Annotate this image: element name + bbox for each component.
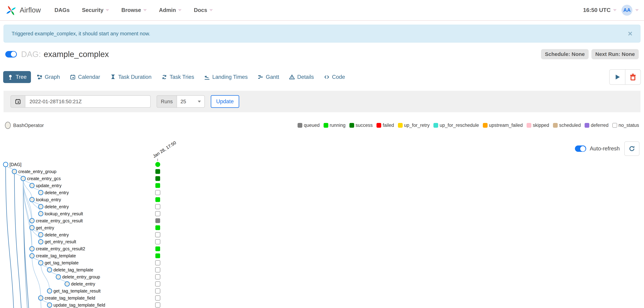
task-node[interactable]: [30, 246, 34, 251]
status-label: running: [330, 123, 346, 128]
nav-item-browse[interactable]: Browse: [122, 7, 147, 13]
tab-landing-times[interactable]: Landing Times: [200, 71, 252, 83]
tab-task-tries[interactable]: Task Tries: [157, 71, 198, 83]
legend-status-scheduled: scheduled: [553, 123, 581, 128]
task-status-square[interactable]: [156, 253, 160, 258]
task-node[interactable]: [38, 190, 43, 195]
task-status-square[interactable]: [156, 190, 160, 195]
caret-down-icon: [209, 9, 213, 11]
task-status-square[interactable]: [156, 197, 160, 202]
task-node[interactable]: [21, 176, 26, 181]
task-node[interactable]: [38, 239, 43, 244]
tab-calendar[interactable]: Calendar: [66, 71, 104, 83]
tree-edge-offscreen: [6, 164, 14, 308]
task-status-square[interactable]: [156, 176, 160, 181]
task-node[interactable]: [47, 267, 52, 272]
task-node[interactable]: [12, 169, 17, 174]
task-node[interactable]: [38, 211, 43, 216]
status-label: failed: [383, 123, 394, 128]
task-status-square[interactable]: [156, 260, 160, 265]
tree-edge-offscreen: [14, 171, 23, 308]
tab-graph[interactable]: Graph: [32, 71, 64, 83]
task-node[interactable]: [30, 218, 34, 223]
tab-label: Landing Times: [212, 74, 248, 80]
task-status-square[interactable]: [156, 204, 160, 209]
run-column-header: Jan 28, 17:50: [152, 140, 177, 159]
task-node[interactable]: [38, 260, 43, 265]
tab-task-duration[interactable]: Task Duration: [106, 71, 156, 83]
task-node[interactable]: [38, 232, 43, 237]
task-status-square[interactable]: [156, 225, 160, 230]
task-status-square[interactable]: [156, 289, 160, 293]
caret-down-icon: [613, 9, 616, 11]
task-status-square[interactable]: [156, 218, 160, 223]
task-status-square[interactable]: [156, 282, 160, 286]
task-node[interactable]: [56, 274, 61, 279]
user-menu[interactable]: AA: [622, 5, 639, 16]
legend-status-deferred: deferred: [584, 123, 608, 128]
task-status-square[interactable]: [156, 232, 160, 237]
nav-item-label: Security: [82, 7, 103, 13]
airflow-pinwheel-icon: [5, 5, 17, 16]
clock-label: 16:50 UTC: [583, 7, 611, 13]
task-status-square[interactable]: [156, 169, 160, 174]
status-chip-running: [324, 123, 328, 128]
nav-item-dags[interactable]: DAGs: [54, 7, 70, 13]
status-label: up_for_reschedule: [440, 123, 479, 128]
update-button[interactable]: Update: [211, 95, 239, 108]
task-label: create_entry_gcs_result2: [36, 246, 85, 251]
view-tabs: TreeGraphCalendarTask DurationTask Tries…: [3, 71, 349, 83]
base-date-input[interactable]: [25, 95, 151, 108]
task-status-square[interactable]: [156, 246, 160, 251]
legend-status-skipped: skipped: [526, 123, 549, 128]
task-label: update_tag_template_field: [54, 302, 105, 307]
status-legend: queuedrunningsuccessfailedup_for_retryup…: [298, 123, 639, 128]
task-label: lookup_entry_result: [45, 211, 83, 216]
tab-code[interactable]: Code: [320, 71, 349, 83]
delete-dag-button[interactable]: [625, 70, 640, 84]
task-status-square[interactable]: [156, 303, 160, 307]
task-node[interactable]: [30, 253, 34, 258]
dag-badges: Schedule: None Next Run: None: [541, 49, 639, 59]
nav-right: 16:50 UTC AA: [583, 5, 639, 16]
task-node[interactable]: [47, 289, 52, 293]
task-label: update_entry: [36, 183, 62, 188]
airflow-brand[interactable]: Airflow: [5, 5, 41, 16]
refresh-button[interactable]: [624, 141, 640, 156]
tab-gantt[interactable]: Gantt: [253, 71, 283, 83]
nav-item-docs[interactable]: Docs: [194, 7, 213, 13]
dagrun-status-circle[interactable]: [156, 162, 160, 167]
autorefresh-toggle[interactable]: [575, 145, 586, 152]
task-status-square[interactable]: [156, 183, 160, 188]
num-runs-select[interactable]: 25: [177, 95, 205, 108]
task-status-square[interactable]: [156, 267, 160, 272]
tab-details[interactable]: Details: [285, 71, 318, 83]
task-node[interactable]: [30, 183, 34, 188]
task-node[interactable]: [30, 197, 34, 202]
task-label: create_tag_template_field: [45, 295, 95, 300]
task-status-square[interactable]: [156, 274, 160, 279]
task-node[interactable]: [3, 162, 8, 167]
task-status-square[interactable]: [156, 296, 160, 300]
task-node[interactable]: [38, 296, 43, 300]
task-node[interactable]: [38, 204, 43, 209]
task-status-square[interactable]: [156, 239, 160, 244]
dag-pause-toggle[interactable]: [5, 51, 17, 58]
task-node[interactable]: [65, 282, 70, 286]
status-chip-no_status: [612, 123, 617, 128]
trigger-dag-button[interactable]: [610, 70, 625, 84]
nav-item-security[interactable]: Security: [82, 7, 109, 13]
nav-item-admin[interactable]: Admin: [159, 7, 182, 13]
clock-menu[interactable]: 16:50 UTC: [583, 7, 617, 13]
task-node[interactable]: [30, 225, 34, 230]
close-icon[interactable]: ×: [628, 30, 632, 38]
tree-chart: Jan 28, 17:50[DAG]create_entry_groupcrea…: [0, 139, 228, 308]
legend-status-up_for_retry: up_for_retry: [398, 123, 430, 128]
nav-menu: DAGsSecurityBrowseAdminDocs: [54, 7, 225, 13]
num-runs-value: 25: [180, 99, 186, 105]
tab-tree[interactable]: Tree: [3, 71, 31, 83]
task-status-square[interactable]: [156, 211, 160, 216]
tab-label: Task Tries: [170, 74, 194, 80]
operator-legend: BashOperator: [5, 122, 44, 129]
task-node[interactable]: [47, 303, 52, 307]
